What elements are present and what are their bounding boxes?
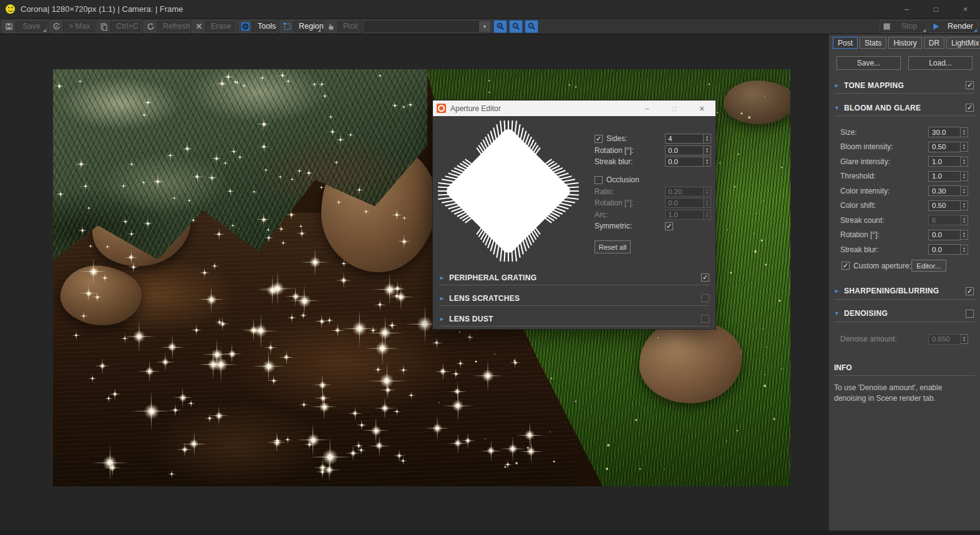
streak-blur-spinner[interactable] — [704, 157, 711, 167]
copy-icon — [97, 21, 111, 32]
streak-blur-field[interactable]: 0.0 — [665, 157, 704, 167]
window-close-button[interactable]: × — [951, 0, 980, 18]
dropdown-corner-icon — [318, 29, 321, 32]
sides-spinner[interactable] — [704, 134, 711, 144]
rotation-field[interactable]: 0.0 — [665, 145, 704, 155]
save-button[interactable]: Save — [2, 20, 47, 33]
window-maximize-button[interactable]: □ — [921, 0, 951, 18]
sparkle — [220, 321, 226, 327]
dialog-title: Aperture Editor — [450, 104, 633, 113]
sparkle — [228, 350, 236, 358]
send-to-max-button[interactable]: > Max — [49, 20, 95, 33]
tab-stats[interactable]: Stats — [860, 37, 886, 49]
sparkle — [289, 213, 294, 217]
threshold-field[interactable]: 1.0 — [928, 171, 961, 182]
dropdown-corner-icon — [43, 29, 46, 32]
dialog-close-button[interactable]: × — [688, 104, 716, 114]
color-intensity-spinner[interactable] — [961, 186, 968, 196]
threshold-spinner[interactable] — [961, 171, 968, 181]
peripheral-grating-checkbox[interactable] — [701, 273, 709, 282]
lens-dust-checkbox[interactable] — [701, 315, 709, 323]
sparkle — [454, 372, 458, 376]
sparkle — [506, 463, 510, 466]
panel-rotation-spinner[interactable] — [961, 230, 968, 240]
tab-post[interactable]: Post — [833, 37, 858, 49]
color-intensity-field[interactable]: 0.30 — [928, 185, 961, 196]
render-button[interactable]: Render — [929, 20, 978, 33]
region-button[interactable]: Region — [279, 20, 322, 33]
tab-dr[interactable]: DR — [924, 37, 944, 49]
symmetric-checkbox[interactable] — [665, 222, 673, 230]
rotation-spinner[interactable] — [704, 145, 711, 155]
bloom-glare-checkbox[interactable] — [966, 104, 974, 112]
color-shift-spinner[interactable] — [961, 200, 968, 210]
lens-scratches-checkbox[interactable] — [701, 294, 709, 302]
sparkle — [734, 186, 736, 188]
section-lens-dust[interactable]: ► LENS DUST — [439, 312, 709, 326]
size-field[interactable]: 30.0 — [928, 127, 961, 137]
sparkle — [276, 439, 280, 443]
streak-count-field: 6 — [928, 215, 961, 225]
bloom-intensity-field[interactable]: 0.50 — [928, 142, 961, 152]
bloom-intensity-spinner[interactable] — [961, 142, 968, 152]
dialog-titlebar[interactable]: Aperture Editor – □ × — [433, 101, 716, 116]
size-spinner[interactable] — [961, 127, 968, 137]
pick-button[interactable]: Pick — [324, 20, 359, 33]
dialog-minimize-button[interactable]: – — [633, 104, 661, 113]
tone-mapping-checkbox[interactable] — [966, 81, 974, 89]
panel-streak-blur-field[interactable]: 0.0 — [928, 244, 961, 255]
erase-button[interactable]: Erase — [192, 20, 236, 33]
sparkle — [327, 318, 331, 322]
sides-field[interactable]: 4 — [665, 134, 704, 144]
sparkle — [109, 464, 116, 471]
copy-button[interactable]: Ctrl+C — [97, 20, 142, 33]
sparkle — [639, 468, 641, 470]
sparkle — [301, 313, 305, 317]
load-config-button[interactable]: Load... — [908, 56, 973, 70]
denoising-checkbox[interactable] — [966, 310, 974, 318]
zoom-out-button[interactable] — [509, 20, 523, 33]
save-config-button[interactable]: Save... — [837, 56, 901, 70]
arc-spinner — [704, 210, 711, 220]
reset-all-button[interactable]: Reset all — [594, 240, 631, 253]
section-tone-mapping[interactable]: ► TONE MAPPING — [834, 77, 975, 94]
tools-button[interactable]: Tools — [238, 20, 278, 33]
zoom-in-button[interactable] — [493, 20, 507, 33]
glare-intensity-field[interactable]: 1.0 — [928, 156, 961, 167]
sparkle — [261, 122, 267, 127]
section-sharpening[interactable]: ► SHARPENING/BLURRING — [834, 283, 975, 300]
sparkle — [280, 228, 283, 231]
sparkle — [233, 150, 236, 154]
custom-aperture-checkbox[interactable] — [842, 262, 850, 270]
section-peripheral-grating[interactable]: ► PERIPHERAL GRATING — [439, 270, 709, 285]
ratio-spinner — [704, 187, 711, 197]
param-row-size: Size: 30.0 — [829, 125, 980, 140]
sparkle — [719, 162, 721, 164]
stop-button[interactable]: Stop — [880, 20, 927, 33]
aperture-editor-button[interactable]: Editor... — [911, 260, 946, 272]
occlusion-rotation-field: 0.0 — [665, 198, 704, 208]
sparkle — [471, 337, 472, 338]
sparkle — [341, 277, 347, 283]
render-play-icon — [929, 21, 943, 32]
section-bloom-glare[interactable]: ▼ BLOOM AND GLARE — [834, 100, 975, 116]
sparkle — [103, 276, 107, 280]
section-denoising[interactable]: ▼ DENOISING — [834, 306, 975, 322]
denoise-amount-spinner[interactable] — [961, 334, 968, 344]
panel-streak-blur-spinner[interactable] — [961, 245, 968, 255]
occlusion-checkbox[interactable] — [594, 176, 603, 184]
streak-count-spinner[interactable] — [961, 215, 968, 225]
channel-select[interactable]: ▼ — [363, 20, 492, 33]
sides-checkbox[interactable] — [594, 135, 603, 143]
sharpening-checkbox[interactable] — [966, 287, 974, 295]
window-minimize-button[interactable]: – — [892, 0, 921, 18]
section-lens-scratches[interactable]: ► LENS SCRATCHES — [439, 291, 709, 306]
refresh-button[interactable]: Refresh — [143, 20, 190, 33]
color-shift-field[interactable]: 0.50 — [928, 200, 961, 211]
zoom-reset-button[interactable] — [525, 20, 538, 33]
dialog-maximize-button[interactable]: □ — [661, 104, 688, 113]
tab-history[interactable]: History — [888, 37, 921, 49]
tab-lightmix[interactable]: LightMix — [946, 37, 980, 49]
glare-intensity-spinner[interactable] — [961, 157, 968, 167]
panel-rotation-field[interactable]: 0.0 — [928, 230, 961, 240]
